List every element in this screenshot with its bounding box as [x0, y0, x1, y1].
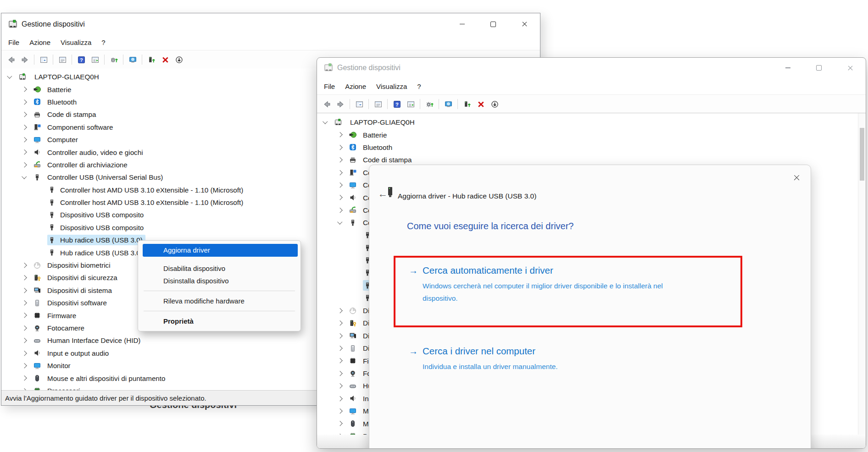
chevron-right-icon[interactable]: [337, 170, 342, 175]
menu-item-file[interactable]: File: [3, 39, 24, 46]
toolbar-nav-back-button[interactable]: [321, 98, 333, 110]
chevron-right-icon[interactable]: [22, 325, 27, 331]
chevron-right-icon[interactable]: [337, 182, 342, 187]
minimize-button[interactable]: [446, 13, 478, 35]
tree-item-laptop-gliaeq0h[interactable]: LAPTOP-GLIAEQ0H: [317, 116, 866, 128]
menu-item-help[interactable]: ?: [96, 39, 110, 46]
toolbar-remote-button[interactable]: [442, 98, 454, 110]
chevron-right-icon[interactable]: [337, 408, 342, 413]
tree-item-batterie[interactable]: Batterie: [317, 128, 866, 141]
chevron-right-icon[interactable]: [22, 263, 27, 268]
maximize-icon: [816, 65, 822, 71]
chevron-right-icon[interactable]: [22, 162, 27, 167]
mouse-icon: [33, 375, 41, 382]
chevron-down-icon[interactable]: [337, 220, 342, 225]
tree-item-content: LAPTOP-GLIAEQ0H: [18, 72, 102, 82]
toolbar-remote-button[interactable]: [127, 54, 139, 66]
tree-item-content: Code di stampa: [348, 154, 414, 165]
toolbar-list-play-button[interactable]: [89, 54, 101, 66]
chevron-right-icon[interactable]: [337, 421, 342, 426]
chevron-right-icon[interactable]: [22, 87, 27, 92]
chevron-down-icon[interactable]: [323, 119, 328, 124]
toolbar-list-play-button[interactable]: [405, 98, 417, 110]
scrollbar-thumb[interactable]: [860, 128, 864, 181]
toolbar-help-button[interactable]: ?: [391, 98, 403, 110]
chevron-right-icon[interactable]: [337, 308, 342, 313]
chevron-right-icon[interactable]: [22, 376, 27, 381]
system-icon: [33, 287, 41, 294]
context-item-aggiorna-driver[interactable]: Aggiorna driver: [143, 244, 298, 257]
titlebar[interactable]: Gestione dispositivi: [1, 13, 540, 35]
chevron-right-icon[interactable]: [337, 333, 342, 338]
menu-item-file[interactable]: File: [319, 83, 340, 90]
chevron-right-icon[interactable]: [337, 371, 342, 376]
context-item-disabilita-dispositivo[interactable]: Disabilita dispositivo: [143, 262, 298, 275]
chevron-right-icon[interactable]: [337, 346, 342, 351]
context-item-propriet[interactable]: Proprietà: [143, 315, 298, 327]
toolbar-nav-back-button[interactable]: [5, 54, 17, 66]
chevron-down-icon[interactable]: [22, 174, 27, 179]
arrow-right-icon: →: [409, 345, 418, 373]
toolbar-help-button[interactable]: ?: [75, 54, 87, 66]
titlebar[interactable]: Gestione dispositivi: [317, 58, 866, 78]
chevron-right-icon[interactable]: [337, 132, 342, 138]
toolbar-update-gear-button[interactable]: [108, 54, 120, 66]
chevron-right-icon[interactable]: [22, 112, 27, 117]
chevron-right-icon[interactable]: [337, 358, 342, 364]
dialog-option-cerca-automaticamente-i-driver[interactable]: →Cerca automaticamente i driverWindows c…: [409, 264, 691, 304]
context-item-disinstalla-dispositivo[interactable]: Disinstalla dispositivo: [143, 275, 298, 287]
menu-item-visualizza[interactable]: Visualizza: [56, 39, 96, 46]
toolbar-show-tree-button[interactable]: [353, 98, 365, 110]
menu-item-azione[interactable]: Azione: [340, 83, 371, 90]
vertical-scrollbar[interactable]: [858, 113, 866, 435]
minimize-button[interactable]: [772, 58, 803, 78]
close-button[interactable]: [509, 13, 540, 35]
maximize-button[interactable]: [478, 13, 509, 35]
dialog-option-texts: Cerca i driver nel computerIndividua e i…: [423, 345, 558, 373]
toolbar-separator: [457, 99, 458, 109]
chevron-down-icon[interactable]: [7, 73, 12, 78]
chevron-right-icon[interactable]: [337, 396, 342, 401]
chevron-right-icon[interactable]: [22, 363, 27, 368]
chevron-right-icon[interactable]: [337, 208, 342, 213]
toolbar-update-driver-button[interactable]: [461, 98, 473, 110]
close-button[interactable]: [835, 58, 866, 78]
chevron-right-icon[interactable]: [337, 195, 342, 200]
toolbar-uninstall-button[interactable]: [159, 54, 171, 66]
menu-item-azione[interactable]: Azione: [24, 39, 56, 46]
chevron-right-icon[interactable]: [22, 300, 27, 305]
context-item-rileva-modifiche-hardware[interactable]: Rileva modifiche hardware: [143, 295, 298, 307]
maximize-button[interactable]: [803, 58, 835, 78]
chevron-right-icon[interactable]: [22, 137, 27, 142]
chevron-right-icon[interactable]: [22, 338, 27, 343]
chevron-right-icon[interactable]: [22, 125, 27, 130]
toolbar-scan-button[interactable]: [489, 98, 501, 110]
menu-item-visualizza[interactable]: Visualizza: [371, 83, 412, 90]
chevron-right-icon[interactable]: [337, 384, 342, 389]
chevron-right-icon[interactable]: [22, 99, 27, 105]
dialog-close-button[interactable]: [789, 171, 804, 184]
chevron-right-icon[interactable]: [337, 158, 342, 163]
chevron-right-icon[interactable]: [22, 313, 27, 318]
toolbar-properties-button[interactable]: [372, 98, 384, 110]
toolbar-properties-button[interactable]: [56, 54, 68, 66]
toolbar-nav-forward-button[interactable]: [19, 54, 31, 66]
tree-item-label: Firmware: [47, 312, 76, 320]
toolbar-update-gear-button[interactable]: [423, 98, 435, 110]
toolbar-scan-button[interactable]: [173, 54, 185, 66]
tree-item-bluetooth[interactable]: Bluetooth: [317, 141, 866, 154]
chevron-right-icon[interactable]: [22, 288, 27, 293]
toolbar-show-tree-button[interactable]: [38, 54, 50, 66]
chevron-right-icon[interactable]: [22, 351, 27, 356]
chevron-right-icon[interactable]: [22, 150, 27, 155]
chevron-right-icon[interactable]: [22, 276, 27, 281]
toolbar-uninstall-button[interactable]: [475, 98, 487, 110]
chevron-right-icon[interactable]: [337, 145, 342, 150]
menu-item-help[interactable]: ?: [412, 83, 426, 90]
tree-item-label: Input e output audio: [47, 349, 109, 357]
toolbar-nav-forward-button[interactable]: [334, 98, 346, 110]
dialog-option-cerca-i-driver-nel-computer[interactable]: →Cerca i driver nel computerIndividua e …: [409, 345, 558, 373]
usb-device-icon: [387, 187, 394, 199]
toolbar-update-driver-button[interactable]: [145, 54, 157, 66]
chevron-right-icon[interactable]: [337, 321, 342, 326]
